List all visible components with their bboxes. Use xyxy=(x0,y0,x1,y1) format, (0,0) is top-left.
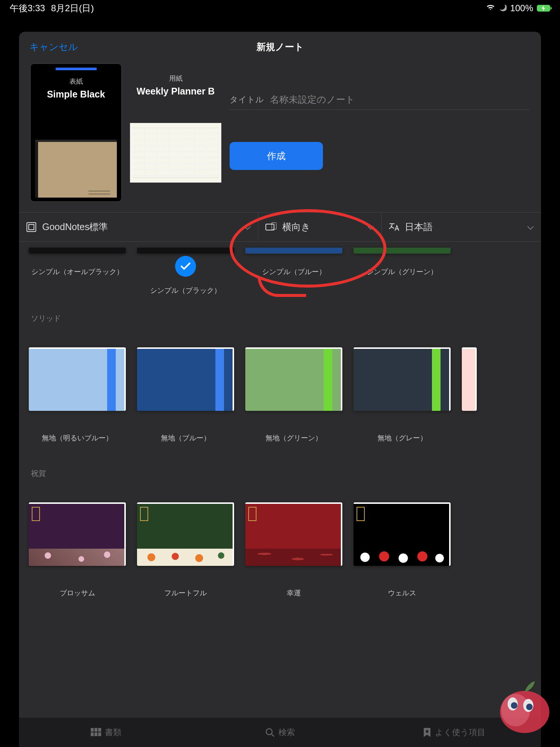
cover-thumbnail xyxy=(35,140,117,198)
sheet-title: 新規ノート xyxy=(256,41,304,53)
cancel-button[interactable]: キャンセル xyxy=(29,41,78,53)
new-note-sheet: キャンセル 新規ノート 表紙 Simple Black 用紙 Weekly Pl… xyxy=(19,32,541,747)
svg-rect-4 xyxy=(91,728,94,732)
orientation-selector[interactable]: 横向き xyxy=(258,213,381,241)
title-row[interactable]: タイトル 名称未設定のノート xyxy=(230,90,530,110)
tab-bar: 書類 検索 よく使う項目 xyxy=(19,717,541,747)
title-label: タイトル xyxy=(230,94,264,105)
title-input[interactable]: 名称未設定のノート xyxy=(270,93,355,106)
paper-label: 用紙 xyxy=(169,74,183,83)
source-label: GoodNotes標準 xyxy=(42,221,108,233)
cover-thumb xyxy=(462,347,477,411)
cover-tile[interactable]: 幸運 xyxy=(245,502,342,598)
cover-tile[interactable]: ウェルス xyxy=(354,502,451,598)
solid-heading: ソリッド xyxy=(31,313,531,323)
language-selector[interactable]: 日本語 xyxy=(381,213,541,241)
chevron-down-icon xyxy=(244,221,251,232)
status-time: 午後3:33 xyxy=(10,2,45,14)
language-label: 日本語 xyxy=(405,221,433,233)
cover-caption: ブロッサム xyxy=(60,588,95,598)
celebrate-row: ブロッサムフルートフル幸運ウェルス xyxy=(29,502,531,598)
cover-caption: 無地（ブルー） xyxy=(161,433,211,443)
corner-ornament xyxy=(32,507,40,521)
check-icon xyxy=(175,256,196,277)
sheet-header: キャンセル 新規ノート xyxy=(19,32,541,62)
create-button[interactable]: 作成 xyxy=(230,142,323,170)
cover-thumb xyxy=(354,248,451,254)
celebrate-heading: 祝賀 xyxy=(31,468,531,478)
source-selector[interactable]: GoodNotes標準 xyxy=(19,213,258,241)
svg-point-14 xyxy=(511,702,517,709)
cover-tile[interactable]: 無地（ブルー） xyxy=(137,347,234,443)
meta-column: タイトル 名称未設定のノート 作成 xyxy=(230,63,530,202)
cover-caption: シンプル（グリーン） xyxy=(367,267,438,277)
celebrate-group: 祝賀 ブロッサムフルートフル幸運ウェルス xyxy=(29,450,531,605)
corner-ornament xyxy=(357,507,365,521)
cover-tile[interactable]: ブロッサム xyxy=(29,502,126,598)
pattern-strip xyxy=(137,549,233,566)
svg-rect-1 xyxy=(29,224,34,230)
cover-caption: シンプル（ブラック） xyxy=(150,286,221,295)
tab-favorites-label: よく使う項目 xyxy=(435,727,485,738)
cover-thumb xyxy=(137,248,234,254)
cover-tile[interactable]: シンプル（オールブラック） xyxy=(29,248,126,295)
battery-pct: 100% xyxy=(510,3,533,13)
status-date: 8月2日(日) xyxy=(51,2,94,14)
tab-search-label: 検索 xyxy=(279,727,295,738)
cover-picker[interactable]: 表紙 Simple Black xyxy=(30,63,122,202)
chevron-down-icon xyxy=(367,221,374,232)
tab-documents[interactable]: 書類 xyxy=(19,717,193,747)
svg-rect-8 xyxy=(94,732,97,736)
cover-tile[interactable]: 無地（グリーン） xyxy=(245,347,342,443)
template-icon xyxy=(26,221,37,233)
svg-point-10 xyxy=(266,729,272,735)
pattern-strip xyxy=(29,549,124,566)
svg-rect-0 xyxy=(27,223,36,232)
cover-caption: 無地（グレー） xyxy=(377,433,427,443)
cover-tile[interactable]: シンプル（ブルー） xyxy=(245,248,342,295)
svg-rect-5 xyxy=(94,728,97,732)
cover-tile[interactable] xyxy=(462,347,477,443)
corner-ornament xyxy=(140,507,148,521)
cover-gallery[interactable]: シンプル（オールブラック）シンプル（ブラック）シンプル（ブルー）シンプル（グリー… xyxy=(19,242,541,747)
search-icon xyxy=(265,728,275,737)
cover-thumb xyxy=(354,347,451,411)
cover-tile[interactable]: 無地（明るいブルー） xyxy=(29,347,126,443)
status-bar: 午後3:33 8月2日(日) 100% xyxy=(0,0,560,16)
cover-caption: 無地（グリーン） xyxy=(265,433,322,443)
selector-bar: GoodNotes標準 横向き 日本語 xyxy=(19,212,541,242)
svg-rect-7 xyxy=(91,732,94,736)
svg-rect-6 xyxy=(98,728,101,732)
solid-row: 無地（明るいブルー）無地（ブルー）無地（グリーン）無地（グレー） xyxy=(29,347,531,443)
paper-thumbnail xyxy=(130,123,221,183)
paper-name: Weekly Planner B xyxy=(137,86,215,97)
cover-caption: フルートフル xyxy=(164,588,207,598)
cover-thumb xyxy=(354,502,451,566)
cover-thumb xyxy=(29,502,126,566)
cover-thumb xyxy=(245,248,342,254)
tab-search[interactable]: 検索 xyxy=(193,717,367,747)
cover-caption: ウェルス xyxy=(388,588,416,598)
paper-picker[interactable]: 用紙 Weekly Planner B xyxy=(130,63,221,202)
cover-tile[interactable]: 無地（グレー） xyxy=(354,347,451,443)
grid-icon xyxy=(91,728,101,737)
cover-tile[interactable]: フルートフル xyxy=(137,502,234,598)
svg-rect-9 xyxy=(98,732,101,736)
cover-label: 表紙 xyxy=(69,77,83,86)
cover-thumb xyxy=(29,248,126,254)
watermark-apple xyxy=(490,676,556,737)
cover-tile[interactable]: シンプル（グリーン） xyxy=(354,248,451,295)
orientation-icon xyxy=(265,222,277,232)
orientation-label: 横向き xyxy=(282,221,311,233)
tab-documents-label: 書類 xyxy=(105,727,121,738)
cover-tile[interactable]: シンプル（ブラック） xyxy=(137,248,234,295)
cover-caption: 無地（明るいブルー） xyxy=(42,433,113,443)
wifi-icon xyxy=(486,3,495,13)
cover-thumb xyxy=(245,502,342,566)
solid-group: ソリッド 無地（明るいブルー）無地（ブルー）無地（グリーン）無地（グレー） xyxy=(29,295,531,450)
cover-caption: シンプル（オールブラック） xyxy=(31,267,124,277)
cover-thumb xyxy=(245,347,342,411)
language-icon xyxy=(388,221,399,233)
cover-thumb xyxy=(137,502,234,566)
config-row: 表紙 Simple Black 用紙 Weekly Planner B タイトル… xyxy=(19,62,541,212)
